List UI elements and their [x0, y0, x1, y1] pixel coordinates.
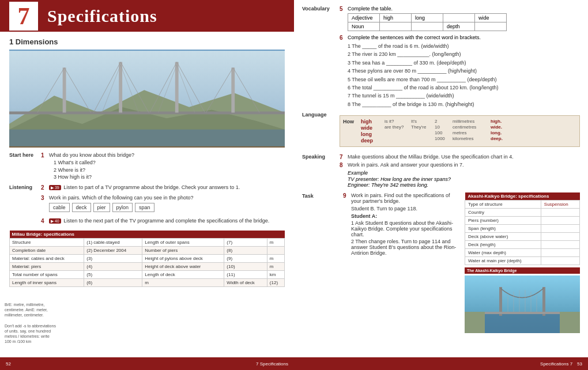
svg-rect-7 [175, 62, 179, 113]
start-here-label: Start here [9, 152, 41, 181]
activity2-question: ▶ 39 Listen to part of a TV programme ab… [49, 184, 285, 190]
language-section: Language How high wide long deep is it? … [302, 112, 580, 150]
activity9-number: 9 [343, 192, 351, 204]
cell-7: (7) [224, 238, 267, 246]
activity7-number: 7 [340, 154, 348, 160]
vocab-section: Vocabulary 5 Complete the table. Adjecti… [302, 6, 580, 31]
lang-adj3: long. [491, 130, 511, 135]
noun-blank1 [380, 22, 412, 31]
adj-label: Adjective [348, 14, 380, 22]
activity2-number: 2 [41, 184, 49, 191]
activity3-section: 3 Work in pairs. Which of the following … [9, 195, 285, 214]
word-deck: deck [72, 203, 91, 212]
noun-label: Noun [348, 22, 380, 31]
cell-date: (2) December 2004 [84, 246, 142, 254]
cell-piers-label: Number of piers [142, 246, 224, 254]
footnote1: BrE: metre, millimetre, centimetre. AmE:… [5, 302, 56, 318]
task-label: Task [302, 192, 340, 333]
lang-mm: millimetres [453, 119, 487, 124]
cell-8: (8) [224, 246, 267, 254]
activity4-spacer [9, 218, 41, 225]
page-number-right: 53 [577, 361, 582, 367]
cell-9: (9) [224, 254, 267, 262]
footer-right-label: Specifications 7 [540, 361, 572, 367]
akashi-span-val [541, 225, 579, 233]
table-row-4: Total number of spans (5) Length of deck… [10, 270, 285, 278]
lang-high: high [361, 119, 381, 124]
sub-list: 1 What's it called? 2 Where is it? 3 How… [49, 159, 285, 181]
activity3-number: 3 [41, 195, 49, 214]
akashi-deck-len-val [541, 241, 579, 249]
activity6-number: 6 [340, 35, 348, 108]
lang-adj4: deep. [491, 136, 511, 141]
audio-badge-1: ▶ 39 [49, 185, 61, 190]
cell-length-label: Length of outer spans [142, 238, 224, 246]
language-body: How high wide long deep is it? are they?… [340, 112, 580, 150]
table-row-3: Material: piers (4) Height of deck above… [10, 262, 285, 270]
akashi-type-val: Suspension [541, 201, 579, 209]
cell-10: (10) [224, 262, 267, 270]
vocab-table: Adjective high long wide Noun depth [348, 13, 507, 31]
lang-num1000: 1000 [435, 136, 449, 141]
student-a-2: 2 Then change roles. Turn to page 114 an… [351, 239, 461, 256]
lang-theyre: They're [411, 124, 431, 130]
svg-rect-5 [63, 67, 66, 112]
akashi-row-3: Span (length) [465, 225, 580, 233]
activity8-text: Work in pairs. Ask and answer your quest… [348, 162, 463, 168]
activity6-spacer [302, 35, 340, 108]
cell-completion: Completion date [10, 246, 84, 254]
activity6-text: Complete the sentences with the correct … [348, 35, 580, 40]
language-label: Language [302, 112, 340, 150]
akashi-row-0: Type of structure Suspension [465, 201, 580, 209]
example-a: Engineer: They're 342 metres long. [348, 182, 580, 188]
lang-long: long [361, 131, 381, 137]
cell-material-piers: Material: piers [10, 262, 84, 270]
activity7-text: Make questions about the Millau Bridge. … [348, 154, 514, 160]
akashi-water-pier-label: Water at main pier (depth) [465, 257, 541, 265]
activity4-question: ▶ 40 Listen to the next part of the TV p… [49, 218, 285, 224]
bridge-image [9, 50, 285, 148]
akashi-row-5: Deck (length) [465, 241, 580, 249]
table-row-2: Material: cables and deck (3) Height of … [10, 254, 285, 262]
word-pier: pier [93, 203, 110, 212]
akashi-water-val [541, 249, 579, 257]
activity6-body: Complete the sentences with the correct … [348, 35, 580, 108]
word-span: span [135, 203, 154, 212]
task-text-col: 9 Work in pairs. Find out the specificat… [343, 192, 461, 333]
lang-units-col: millimetres centimetres metres kilometre… [453, 119, 487, 144]
sub-item-1: 1 What's it called? [54, 159, 285, 167]
akashi-image-label: The Akashi-Kaikyo Bridge [465, 267, 580, 274]
svg-rect-23 [499, 287, 502, 316]
activity6-section: 6 Complete the sentences with the correc… [302, 35, 580, 108]
sub-item-3: 3 How high is it? [54, 173, 285, 181]
akashi-row-7: Water at main pier (depth) [465, 257, 580, 265]
lang-phrase2: are they? [385, 124, 408, 130]
fill-item-8: 8 The __________ of the bridge is 130 m.… [348, 100, 580, 108]
speaking-label: Speaking [302, 154, 340, 190]
footnote-box: BrE: metre, millimetre, centimetre. AmE:… [5, 302, 56, 344]
left-page: 7 Specifications 1 Dimensions [0, 0, 294, 370]
activity7-row: 7 Make questions about the Millau Bridge… [340, 154, 580, 160]
header-bar: 7 Specifications [0, 0, 294, 32]
activity4-section: 4 ▶ 40 Listen to the next part of the TV… [9, 218, 285, 225]
activity8-number: 8 [340, 162, 348, 168]
cell-m3: m [267, 262, 284, 270]
lang-deep: deep [361, 138, 381, 144]
section1-heading: 1 Dimensions [9, 37, 285, 46]
word-pylon: pylon [112, 203, 133, 212]
table-row-5: Length of inner spans (6) m Width of dec… [10, 278, 285, 286]
activity1-content: What do you know about this bridge? 1 Wh… [49, 152, 285, 181]
lang-its: It's [411, 119, 431, 124]
vocab-label: Vocabulary [302, 6, 340, 31]
word-boxes: cable deck pier pylon span [49, 203, 285, 212]
akashi-deck-above-val [541, 233, 579, 241]
vocab-row-noun: Noun depth [348, 22, 507, 31]
activity1-number: 1 [41, 152, 49, 181]
start-here-section: Start here 1 What do you know about this… [9, 152, 285, 181]
fill-list: 1 The _____ of the road is 6 m. (wide/wi… [348, 42, 580, 108]
listening-text: Listen to part of a TV programme about t… [63, 184, 240, 190]
akashi-piers-val [541, 217, 579, 225]
activity2-content: ▶ 39 Listen to part of a TV programme ab… [49, 184, 285, 191]
cell-6: (6) [84, 278, 142, 286]
chapter-number: 7 [9, 2, 38, 31]
